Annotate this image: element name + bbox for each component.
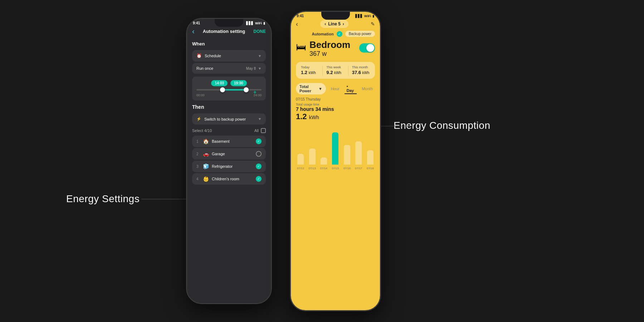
select-all[interactable]: All [254, 128, 266, 133]
done-button[interactable]: DONE [253, 29, 266, 34]
status-time-left: 9:41 [193, 21, 200, 25]
select-header: Select 4/10 All [187, 126, 271, 135]
automation-label: Automation [312, 32, 334, 36]
back-button-left[interactable]: ‹ [192, 27, 195, 35]
room-watts: 367 w [309, 50, 356, 58]
watts-unit: w [322, 50, 327, 57]
energy-consumption-label: Energy Consumption [394, 120, 490, 131]
slider-labels: 00:00 24:00 [196, 93, 262, 97]
switch-backup-dropdown[interactable]: ⚡ Switch to backup power ▼ [192, 113, 266, 125]
device-item-basement[interactable]: 1 🏠 Basement ✓ [192, 136, 266, 147]
schedule-arrow-icon: ▼ [258, 54, 262, 58]
stat-week-label: This week [326, 65, 344, 69]
line-next-icon[interactable]: › [343, 21, 344, 26]
signal-icon-right: ▋▋▋ [355, 14, 363, 18]
schedule-dropdown[interactable]: ⏰ Schedule ▼ [192, 50, 266, 62]
filter-row: Total Power ▼ Hour • Day Month [291, 81, 380, 96]
slider-thumb-right[interactable] [244, 87, 249, 92]
bar-label-0717: 07/17 [355, 167, 362, 170]
automation-setting-title: Automation setting [203, 29, 245, 34]
stat-today-value: 1.2 kWh [301, 70, 319, 75]
right-header: ‹ ‹ Line 5 › ✎ [291, 19, 380, 30]
stat-week: This week 9.2 kWh [323, 65, 348, 75]
tab-month[interactable]: Month [360, 86, 375, 92]
select-count: Select 4/10 [192, 128, 212, 133]
run-once-arrow-icon: ▼ [258, 67, 262, 70]
filter-arrow-icon: ▼ [318, 87, 322, 91]
backup-power-badge[interactable]: Backup power [345, 31, 375, 37]
stats-card: Today 1.2 kWh This week 9.2 kWh This mon… [296, 62, 375, 79]
device-item-garage[interactable]: 2 🚗 Garage [192, 148, 266, 160]
slider-track[interactable] [196, 89, 262, 91]
device-num-1: 1 [196, 140, 200, 143]
left-header: ‹ Automation setting DONE [187, 26, 271, 38]
bar-value-0716 [344, 145, 350, 165]
bar-label-0713: 07/13 [309, 167, 316, 170]
line-selector-label: Line 5 [328, 21, 341, 26]
then-label: Then [187, 102, 271, 112]
device-name-refrigerator: Refrigerator [212, 164, 253, 169]
childrens-room-icon: 👶 [203, 176, 209, 182]
bedroom-icon: 🛏 [296, 41, 306, 53]
run-once-dropdown[interactable]: Run once May 8 ▼ [192, 63, 266, 74]
device-item-refrigerator[interactable]: 3 🧊 Refrigerator ✓ [192, 161, 266, 172]
usage-time-label: Total usage time [296, 103, 375, 106]
garage-icon: 🚗 [203, 151, 209, 157]
clock-icon: ⏰ [196, 53, 202, 58]
device-check-childrens-room[interactable]: ✓ [256, 176, 262, 182]
switch-backup-label: Switch to backup power [204, 117, 246, 121]
bar-label-0715: 07/15 [332, 167, 339, 170]
device-check-refrigerator[interactable]: ✓ [256, 164, 262, 169]
time-badges: 14:00 19:00 [196, 80, 262, 86]
right-phone: 9:41 ▋▋▋ WiFi ▮ ‹ ‹ Line 5 › ✎ Automatio… [290, 11, 381, 311]
line-prev-icon[interactable]: ‹ [325, 21, 326, 26]
device-name-basement: Basement [212, 139, 253, 143]
total-power-dropdown[interactable]: Total Power ▼ [296, 83, 326, 94]
device-check-basement[interactable]: ✓ [256, 138, 262, 144]
time-slider-area: 14:00 19:00 + 00:00 24:00 [192, 77, 266, 101]
chart-date-label: 07/15 Thursday [291, 96, 380, 102]
room-power-toggle[interactable] [359, 43, 375, 53]
bar-value-0714 [321, 157, 327, 165]
bar-07-14: 07/14 [319, 127, 328, 170]
total-power-label: Total Power [299, 84, 317, 93]
device-num-2: 2 [196, 152, 200, 156]
tab-hour[interactable]: Hour [329, 86, 342, 92]
battery-icon-right: ▮ [372, 14, 374, 18]
run-once-date: May 8 [246, 67, 256, 70]
signal-icon: ▋▋▋ [246, 21, 254, 25]
end-time-badge: 19:00 [230, 80, 247, 86]
switch-backup-arrow-icon: ▼ [258, 117, 262, 121]
run-once-label: Run once [196, 66, 213, 70]
tab-day[interactable]: • Day [345, 83, 357, 94]
room-name: Bedroom [309, 40, 356, 50]
stat-week-value: 9.2 kWh [326, 70, 344, 75]
slider-thumb-left[interactable] [220, 87, 225, 92]
all-label: All [254, 128, 259, 133]
select-all-checkbox[interactable] [261, 128, 266, 133]
bar-07-12: 07/12 [296, 127, 305, 170]
bar-07-13: 07/13 [307, 127, 317, 170]
room-section: 🛏 Bedroom 367 w [291, 38, 380, 60]
usage-info: Total usage time 7 hours 34 mins 1.2 kWh [291, 102, 380, 123]
bar-value-0715 [332, 132, 338, 165]
battery-icon: ▮ [263, 21, 265, 25]
start-time-badge: 14:00 [211, 80, 228, 86]
stat-today-label: Today [301, 65, 319, 69]
back-button-right[interactable]: ‹ [296, 20, 298, 28]
bar-value-0713 [309, 148, 316, 165]
usage-time-value: 7 hours 34 mins [296, 106, 375, 112]
wifi-icon-right: WiFi [364, 14, 371, 18]
line-selector[interactable]: ‹ Line 5 › [320, 20, 348, 28]
slider-min-label: 00:00 [196, 93, 205, 97]
device-num-4: 4 [196, 177, 200, 181]
automation-row: Automation ✓ Backup power [291, 30, 380, 38]
bar-07-18: 07/18 [366, 127, 375, 170]
device-check-garage[interactable] [256, 151, 262, 157]
switch-icon: ⚡ [196, 117, 201, 121]
edit-button[interactable]: ✎ [371, 21, 375, 27]
connector-line-right [379, 126, 411, 126]
device-item-childrens-room[interactable]: 4 👶 Children's room ✓ [192, 173, 266, 185]
refrigerator-icon: 🧊 [203, 164, 209, 169]
bar-value-0712 [297, 154, 304, 165]
